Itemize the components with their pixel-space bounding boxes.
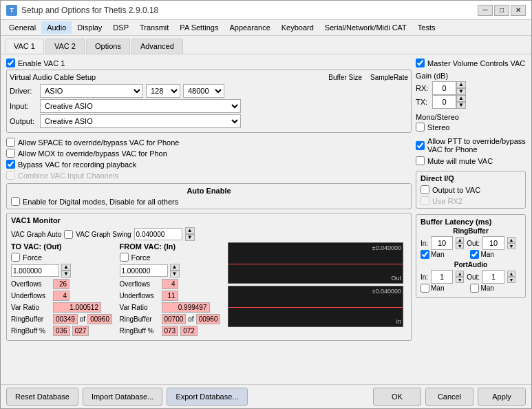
- from-vac-multiplier-up[interactable]: ▲: [170, 264, 180, 271]
- rb-out-down[interactable]: ▼: [507, 243, 515, 249]
- rb-out-up[interactable]: ▲: [507, 237, 515, 243]
- to-vac-multiplier[interactable]: [11, 264, 59, 277]
- vac-graph-swing-down[interactable]: ▼: [185, 234, 195, 241]
- tab-options[interactable]: Options: [86, 39, 130, 54]
- rx-down-button[interactable]: ▼: [456, 88, 466, 95]
- tx-input[interactable]: [432, 95, 456, 109]
- ok-button[interactable]: OK: [373, 388, 421, 406]
- apply-button[interactable]: Apply: [478, 388, 526, 406]
- allow-space-checkbox[interactable]: Allow SPACE to override/bypass VAC for P…: [6, 138, 412, 147]
- master-volume-input[interactable]: [416, 59, 425, 67]
- to-vac-var-ratio-val: 1.000512: [53, 302, 101, 313]
- minimize-button[interactable]: ─: [478, 5, 493, 16]
- output-to-vac-input[interactable]: [421, 185, 429, 194]
- rb-in-down[interactable]: ▼: [456, 243, 464, 249]
- import-database-button[interactable]: Import Database...: [83, 388, 163, 406]
- mute-checkbox[interactable]: Mute will mute VAC: [416, 156, 526, 165]
- pa-in-down[interactable]: ▼: [456, 277, 464, 283]
- pa-in-spinbox: ▲ ▼: [456, 271, 464, 283]
- vac-graph-swing-input[interactable]: [134, 228, 182, 240]
- enable-vac1-checkbox[interactable]: Enable VAC 1: [6, 59, 412, 67]
- to-vac-multiplier-spinbox[interactable]: ▲ ▼: [61, 264, 71, 277]
- master-volume-checkbox[interactable]: Master Volume Controls VAC: [416, 59, 526, 67]
- tab-vac1[interactable]: VAC 1: [5, 39, 44, 54]
- auto-enable-section: Auto Enable Enable for Digital modes, Di…: [6, 183, 412, 209]
- bypass-input[interactable]: [6, 160, 15, 169]
- allow-ptt-input[interactable]: [416, 141, 425, 150]
- allow-mox-checkbox[interactable]: Allow MOX to override/bypass VAC for Pho…: [6, 149, 412, 158]
- pa-in-man-checkbox[interactable]: Man: [421, 284, 444, 293]
- allow-ptt-checkbox[interactable]: Allow PTT to override/bypass VAC for Pho…: [416, 137, 526, 154]
- graph-area: ±0.040000 Out ±0.040000 In: [228, 242, 407, 337]
- menu-keyboard[interactable]: Keyboard: [276, 21, 319, 34]
- reset-database-button[interactable]: Reset Database: [6, 388, 78, 406]
- to-vac-underflows-row: Underflows 4: [11, 291, 116, 301]
- pa-in-input[interactable]: [431, 270, 453, 284]
- rb-in-input[interactable]: [431, 236, 453, 250]
- rb-in-man-checkbox[interactable]: Man: [421, 250, 444, 259]
- menu-serial[interactable]: Serial/Network/Midi CAT: [319, 21, 412, 34]
- menu-appearance[interactable]: Appearance: [224, 21, 275, 34]
- export-database-button[interactable]: Export Database...: [167, 388, 247, 406]
- vac-setup-label: Virtual Audio Cable Setup: [10, 73, 96, 81]
- from-vac-multiplier-spinbox[interactable]: ▲ ▼: [170, 264, 180, 277]
- vac-graph-swing-spinbox[interactable]: ▲ ▼: [185, 227, 195, 241]
- menu-tests[interactable]: Tests: [412, 21, 441, 34]
- force1-checkbox[interactable]: Force: [11, 253, 42, 262]
- tx-up-button[interactable]: ▲: [456, 95, 466, 102]
- menu-bar: General Audio Display DSP Transmit PA Se…: [1, 20, 531, 36]
- driver-select[interactable]: ASIO WDM WASAPI: [40, 84, 143, 98]
- cancel-button[interactable]: Cancel: [425, 388, 474, 406]
- menu-general[interactable]: General: [3, 21, 41, 34]
- pa-out-man-checkbox[interactable]: Man: [470, 284, 493, 293]
- ring-buffer-subsection: RingBuffer In: ▲ ▼ Out: ▲: [421, 227, 521, 259]
- mute-input[interactable]: [416, 156, 425, 165]
- auto-enable-checkbox[interactable]: Enable for Digital modes, Disable for al…: [11, 197, 407, 206]
- mono-stereo-section: Mono/Stereo Stereo: [416, 113, 526, 132]
- rx-up-button[interactable]: ▲: [456, 81, 466, 88]
- force2-checkbox[interactable]: Force: [120, 253, 151, 262]
- pa-out-input[interactable]: [482, 270, 504, 284]
- maximize-button[interactable]: □: [494, 5, 509, 16]
- bypass-checkbox[interactable]: Bypass VAC for recording playback: [6, 160, 412, 169]
- allow-mox-input[interactable]: [6, 149, 15, 158]
- from-vac-multiplier-down[interactable]: ▼: [170, 271, 180, 277]
- tab-advanced[interactable]: Advanced: [131, 39, 183, 54]
- force2-input[interactable]: [120, 253, 129, 262]
- sample-rate-select[interactable]: 48000 44100 96000 192000: [183, 84, 224, 98]
- pa-in-up[interactable]: ▲: [456, 271, 464, 277]
- stereo-checkbox[interactable]: Stereo: [416, 123, 526, 132]
- vac-graph-swing-up[interactable]: ▲: [185, 227, 195, 234]
- to-vac-multiplier-up[interactable]: ▲: [61, 264, 71, 271]
- rb-out-man-checkbox[interactable]: Man: [470, 250, 493, 259]
- menu-transmit[interactable]: Transmit: [134, 21, 174, 34]
- use-rx2-checkbox[interactable]: Use RX2: [421, 196, 521, 205]
- tab-vac2[interactable]: VAC 2: [45, 39, 85, 54]
- tx-down-button[interactable]: ▼: [456, 102, 466, 109]
- to-vac-ringbuffer-row: RingBuffer 00349 of 00960: [11, 314, 116, 324]
- allow-space-input[interactable]: [6, 138, 15, 147]
- stereo-input[interactable]: [416, 123, 425, 132]
- input-select[interactable]: Creative ASIO: [40, 99, 241, 113]
- force1-input[interactable]: [11, 253, 20, 262]
- rx-input[interactable]: [432, 81, 456, 95]
- pa-out-down[interactable]: ▼: [507, 277, 515, 283]
- menu-audio[interactable]: Audio: [41, 21, 72, 34]
- from-vac-multiplier[interactable]: [120, 264, 168, 277]
- pa-out-up[interactable]: ▲: [507, 271, 515, 277]
- output-to-vac-checkbox[interactable]: Output to VAC: [421, 185, 521, 194]
- close-button[interactable]: ✕: [511, 5, 526, 16]
- menu-pa-settings[interactable]: PA Settings: [174, 21, 224, 34]
- rb-out-input[interactable]: [482, 236, 504, 250]
- auto-enable-input[interactable]: [11, 197, 20, 206]
- enable-vac1-input[interactable]: [6, 59, 15, 67]
- menu-dsp[interactable]: DSP: [107, 21, 134, 34]
- ring-buffer-sub-label: RingBuffer: [421, 227, 521, 235]
- to-vac-multiplier-down[interactable]: ▼: [61, 271, 71, 277]
- output-select[interactable]: Creative ASIO: [40, 114, 241, 128]
- vac-graph-auto-checkbox[interactable]: [64, 230, 73, 239]
- buffer-size-select[interactable]: 128 64 256 512: [146, 84, 180, 98]
- combine-checkbox[interactable]: Combine VAC Input Channels: [6, 171, 412, 180]
- menu-display[interactable]: Display: [72, 21, 107, 34]
- rb-in-up[interactable]: ▲: [456, 237, 464, 243]
